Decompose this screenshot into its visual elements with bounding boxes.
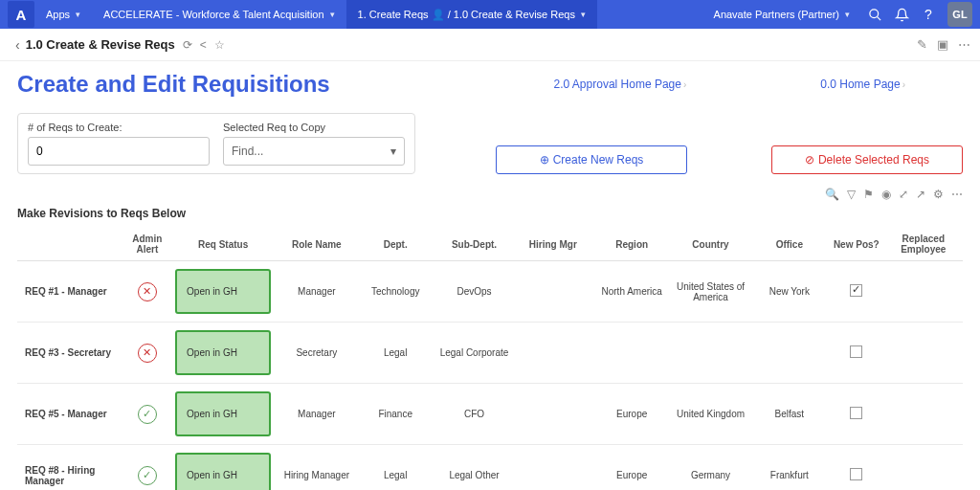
replaced-cell[interactable] <box>884 384 963 445</box>
delete-reqs-label: Delete Selected Reqs <box>818 153 929 167</box>
table-row[interactable]: REQ #1 - Manager✕Open in GHManagerTechno… <box>17 261 963 323</box>
col-req-status[interactable]: Req Status <box>168 228 277 261</box>
grid-flag-icon[interactable]: ⚑ <box>863 188 874 201</box>
plus-circle-icon: ⊕ <box>540 153 549 167</box>
role-cell[interactable]: Hiring Manager <box>278 445 356 491</box>
col-dept[interactable]: Dept. <box>356 228 434 261</box>
home-page-link[interactable]: 0.0 Home Page › <box>820 78 905 91</box>
admin-alert-icon: ✕ <box>138 282 157 301</box>
more-icon[interactable]: ⋯ <box>958 37 970 52</box>
status-chip[interactable]: Open in GH <box>175 269 271 314</box>
svg-line-1 <box>877 16 880 20</box>
approval-home-label: 2.0 Approval Home Page <box>554 78 681 91</box>
hiring-mgr-cell[interactable] <box>514 261 592 323</box>
grid-view-icon[interactable]: ◉ <box>881 188 891 201</box>
app-logo[interactable]: A <box>8 1 34 28</box>
create-reqs-label: Create New Reqs <box>553 153 644 167</box>
office-cell[interactable] <box>750 323 829 384</box>
status-chip[interactable]: Open in GH <box>175 391 271 436</box>
col-office[interactable]: Office <box>750 228 829 261</box>
grid-search-icon[interactable]: 🔍 <box>825 188 839 201</box>
hiring-mgr-cell[interactable] <box>514 323 592 384</box>
col-admin-alert[interactable]: Admin Alert <box>125 228 168 261</box>
office-cell[interactable]: Belfast <box>750 384 829 445</box>
delete-icon: ⊘ <box>805 153 814 167</box>
region-cell[interactable]: Europe <box>592 445 671 491</box>
region-cell[interactable] <box>592 323 671 384</box>
delete-reqs-button[interactable]: ⊘ Delete Selected Reqs <box>771 145 963 174</box>
grid-expand-icon[interactable]: ⤢ <box>899 188 908 201</box>
col-region[interactable]: Region <box>592 228 671 261</box>
grid-filter-icon[interactable]: ▽ <box>847 188 856 201</box>
copy-req-label: Selected Req to Copy <box>223 122 405 133</box>
user-avatar[interactable]: GL <box>947 2 972 27</box>
dept-cell[interactable]: Legal <box>356 323 434 384</box>
help-icon[interactable]: ? <box>915 1 942 28</box>
col-replaced[interactable]: Replaced Employee <box>884 228 963 261</box>
chevron-right-icon: › <box>902 79 905 90</box>
col-country[interactable]: Country <box>671 228 749 261</box>
sub-dept-cell[interactable]: Legal Other <box>434 445 513 491</box>
new-pos-checkbox[interactable] <box>850 468 862 480</box>
region-cell[interactable]: Europe <box>592 384 671 445</box>
sub-dept-cell[interactable]: DevOps <box>434 261 513 323</box>
col-new-pos[interactable]: New Pos? <box>829 228 884 261</box>
chevron-down-icon: ▾ <box>76 10 80 19</box>
search-icon[interactable] <box>861 1 888 28</box>
country-cell[interactable] <box>671 323 749 384</box>
page-subheader: ‹ 1.0 Create & Revise Reqs ⟳ < ☆ ✎ ▣ ⋯ <box>0 29 980 61</box>
svg-point-0 <box>869 9 878 17</box>
sub-dept-cell[interactable]: CFO <box>434 384 513 445</box>
grid-settings-icon[interactable]: ⚙ <box>933 188 944 201</box>
col-role-name[interactable]: Role Name <box>278 228 356 261</box>
country-cell[interactable]: United Kingdom <box>671 384 749 445</box>
create-reqs-button[interactable]: ⊕ Create New Reqs <box>496 145 687 174</box>
table-row[interactable]: REQ #3 - Secretary✕Open in GHSecretaryLe… <box>17 323 963 384</box>
workspace-menu[interactable]: ACCELERATE - Workforce & Talent Acquisit… <box>92 0 345 29</box>
approval-home-link[interactable]: 2.0 Approval Home Page › <box>554 78 687 91</box>
comment-icon[interactable]: ▣ <box>937 37 948 52</box>
apps-menu-label: Apps <box>46 9 70 20</box>
new-pos-checkbox[interactable] <box>850 345 862 358</box>
share-icon[interactable]: < <box>200 38 207 52</box>
office-cell[interactable]: New York <box>750 261 829 323</box>
new-pos-checkbox[interactable] <box>850 284 862 297</box>
edit-icon[interactable]: ✎ <box>917 37 927 52</box>
status-chip[interactable]: Open in GH <box>175 453 271 490</box>
breadcrumb-tab[interactable]: 1. Create Reqs 👤 / 1.0 Create & Revise R… <box>346 0 597 29</box>
table-row[interactable]: REQ #5 - Manager✓Open in GHManagerFinanc… <box>17 384 963 445</box>
country-cell[interactable]: United States of America <box>671 261 749 323</box>
notifications-icon[interactable] <box>888 1 915 28</box>
table-row[interactable]: REQ #8 - Hiring Manager✓Open in GHHiring… <box>17 445 963 491</box>
account-menu[interactable]: Anavate Partners (Partner) ▾ <box>702 0 861 29</box>
col-hiring-mgr[interactable]: Hiring Mgr <box>514 228 592 261</box>
new-pos-checkbox[interactable] <box>850 407 862 419</box>
role-cell[interactable]: Secretary <box>278 323 356 384</box>
role-cell[interactable]: Manager <box>278 261 356 323</box>
star-icon[interactable]: ☆ <box>214 38 225 52</box>
hiring-mgr-cell[interactable] <box>514 445 592 491</box>
office-cell[interactable]: Frankfurt <box>750 445 829 491</box>
col-sub-dept[interactable]: Sub-Dept. <box>434 228 513 261</box>
role-cell[interactable]: Manager <box>278 384 356 445</box>
grid-more-icon[interactable]: ⋯ <box>951 188 963 201</box>
grid-toolbar: 🔍 ▽ ⚑ ◉ ⤢ ↗ ⚙ ⋯ <box>17 188 963 201</box>
replaced-cell[interactable] <box>884 261 963 323</box>
replaced-cell[interactable] <box>884 323 963 384</box>
status-chip[interactable]: Open in GH <box>175 330 271 375</box>
dept-cell[interactable]: Technology <box>356 261 434 323</box>
dept-cell[interactable]: Legal <box>356 445 434 491</box>
reqs-count-input[interactable] <box>28 137 210 166</box>
apps-menu[interactable]: Apps ▾ <box>34 0 92 29</box>
country-cell[interactable]: Germany <box>671 445 749 491</box>
chevron-right-icon: › <box>683 79 686 90</box>
replaced-cell[interactable] <box>884 445 963 491</box>
hiring-mgr-cell[interactable] <box>514 384 592 445</box>
copy-req-select[interactable]: Find... ▾ <box>223 137 405 166</box>
sub-dept-cell[interactable]: Legal Corporate <box>434 323 513 384</box>
back-button[interactable]: ‹ <box>10 37 26 53</box>
refresh-icon[interactable]: ⟳ <box>183 38 192 52</box>
grid-export-icon[interactable]: ↗ <box>916 188 925 201</box>
region-cell[interactable]: North America <box>592 261 671 323</box>
dept-cell[interactable]: Finance <box>356 384 434 445</box>
